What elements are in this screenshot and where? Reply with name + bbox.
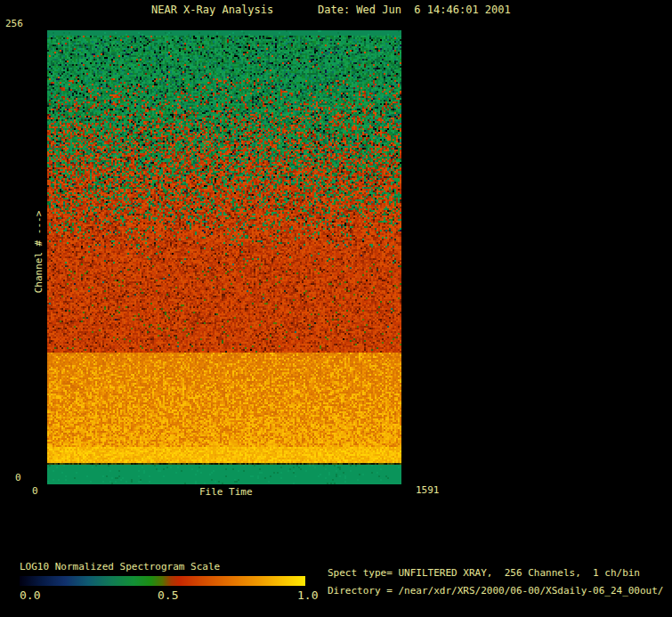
x-axis-max-tick: 1591 <box>416 485 440 496</box>
spectrogram-canvas <box>47 30 401 484</box>
x-axis-label: File Time <box>199 487 253 498</box>
colorbar-tick-0: 0.0 <box>20 590 40 601</box>
near-xray-analysis-window: NEAR X-Ray Analysis Date: Wed Jun 6 14:4… <box>0 0 672 617</box>
page-title: NEAR X-Ray Analysis <box>151 4 273 15</box>
y-axis-label: Channel # ---> <box>34 180 45 324</box>
colorbar-title: LOG10 Normalized Spectrogram Scale <box>20 562 220 572</box>
x-axis-min-tick: 0 <box>32 486 38 497</box>
directory-line: Directory = /near/xdr/XRS/2000/06-00/XSd… <box>328 586 664 597</box>
header-date: Date: Wed Jun 6 14:46:01 2001 <box>318 4 511 15</box>
colorbar-tick-1: 1.0 <box>297 590 318 601</box>
colorbar-tick-05: 0.5 <box>158 590 178 601</box>
colorbar-gradient <box>20 576 305 586</box>
y-axis-min-tick: 0 <box>15 473 21 483</box>
y-axis-max-tick: 256 <box>5 19 23 29</box>
spect-type-line: Spect type= UNFILTERED XRAY, 256 Channel… <box>328 568 640 579</box>
spectrogram-plot <box>47 30 401 484</box>
